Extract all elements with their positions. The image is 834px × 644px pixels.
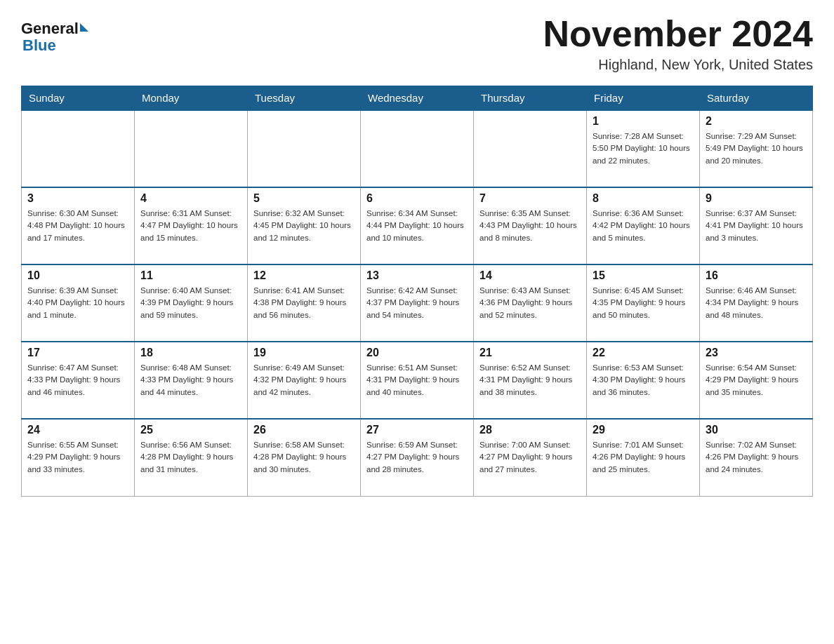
calendar-cell: 22Sunrise: 6:53 AM Sunset: 4:30 PM Dayli… xyxy=(587,342,700,419)
day-info: Sunrise: 6:41 AM Sunset: 4:38 PM Dayligh… xyxy=(253,285,355,321)
weekday-header-thursday: Thursday xyxy=(474,86,587,111)
calendar-cell: 18Sunrise: 6:48 AM Sunset: 4:33 PM Dayli… xyxy=(135,342,248,419)
calendar-cell: 16Sunrise: 6:46 AM Sunset: 4:34 PM Dayli… xyxy=(700,264,813,342)
day-number: 27 xyxy=(366,424,468,436)
calendar-cell: 25Sunrise: 6:56 AM Sunset: 4:28 PM Dayli… xyxy=(135,419,248,496)
day-number: 30 xyxy=(706,424,807,436)
day-number: 20 xyxy=(366,347,468,359)
calendar-cell: 2Sunrise: 7:29 AM Sunset: 5:49 PM Daylig… xyxy=(700,110,813,187)
week-row-2: 3Sunrise: 6:30 AM Sunset: 4:48 PM Daylig… xyxy=(22,187,813,264)
calendar-cell: 5Sunrise: 6:32 AM Sunset: 4:45 PM Daylig… xyxy=(248,187,361,264)
day-info: Sunrise: 6:31 AM Sunset: 4:47 PM Dayligh… xyxy=(140,208,241,244)
calendar-cell: 21Sunrise: 6:52 AM Sunset: 4:31 PM Dayli… xyxy=(474,342,587,419)
weekday-header-friday: Friday xyxy=(587,86,700,111)
logo-general-label: General xyxy=(21,20,79,38)
month-title: November 2024 xyxy=(543,14,813,54)
day-info: Sunrise: 6:53 AM Sunset: 4:30 PM Dayligh… xyxy=(593,362,694,398)
day-number: 1 xyxy=(593,115,694,128)
day-number: 4 xyxy=(140,192,241,205)
calendar-cell: 24Sunrise: 6:55 AM Sunset: 4:29 PM Dayli… xyxy=(22,419,135,496)
week-row-1: 1Sunrise: 7:28 AM Sunset: 5:50 PM Daylig… xyxy=(22,110,813,187)
day-info: Sunrise: 6:39 AM Sunset: 4:40 PM Dayligh… xyxy=(27,285,128,321)
calendar-cell xyxy=(474,110,587,187)
day-number: 3 xyxy=(27,192,128,205)
calendar-cell: 3Sunrise: 6:30 AM Sunset: 4:48 PM Daylig… xyxy=(22,187,135,264)
calendar-cell: 8Sunrise: 6:36 AM Sunset: 4:42 PM Daylig… xyxy=(587,187,700,264)
day-number: 19 xyxy=(253,347,355,359)
day-number: 28 xyxy=(479,424,581,436)
calendar-cell: 28Sunrise: 7:00 AM Sunset: 4:27 PM Dayli… xyxy=(474,419,587,496)
calendar-cell: 14Sunrise: 6:43 AM Sunset: 4:36 PM Dayli… xyxy=(474,264,587,342)
calendar-cell xyxy=(248,110,361,187)
day-number: 6 xyxy=(366,192,468,205)
day-number: 23 xyxy=(706,347,807,359)
day-number: 16 xyxy=(706,269,807,282)
day-info: Sunrise: 7:00 AM Sunset: 4:27 PM Dayligh… xyxy=(479,439,581,476)
day-number: 21 xyxy=(479,347,581,359)
day-number: 18 xyxy=(140,347,241,359)
day-info: Sunrise: 6:40 AM Sunset: 4:39 PM Dayligh… xyxy=(140,285,241,321)
weekday-header-sunday: Sunday xyxy=(22,86,135,111)
day-number: 25 xyxy=(140,424,241,436)
header: General Blue November 2024 Highland, New… xyxy=(21,14,813,73)
calendar-cell: 30Sunrise: 7:02 AM Sunset: 4:26 PM Dayli… xyxy=(700,419,813,496)
day-info: Sunrise: 6:32 AM Sunset: 4:45 PM Dayligh… xyxy=(253,208,355,244)
day-info: Sunrise: 6:37 AM Sunset: 4:41 PM Dayligh… xyxy=(706,208,807,244)
day-info: Sunrise: 7:28 AM Sunset: 5:50 PM Dayligh… xyxy=(593,130,694,167)
weekday-header-tuesday: Tuesday xyxy=(248,86,361,111)
calendar-cell xyxy=(22,110,135,187)
calendar-cell: 29Sunrise: 7:01 AM Sunset: 4:26 PM Dayli… xyxy=(587,419,700,496)
day-number: 9 xyxy=(706,192,807,205)
week-row-4: 17Sunrise: 6:47 AM Sunset: 4:33 PM Dayli… xyxy=(22,342,813,419)
week-row-3: 10Sunrise: 6:39 AM Sunset: 4:40 PM Dayli… xyxy=(22,264,813,342)
week-row-5: 24Sunrise: 6:55 AM Sunset: 4:29 PM Dayli… xyxy=(22,419,813,496)
calendar-cell: 15Sunrise: 6:45 AM Sunset: 4:35 PM Dayli… xyxy=(587,264,700,342)
calendar-table: SundayMondayTuesdayWednesdayThursdayFrid… xyxy=(21,86,813,497)
location-label: Highland, New York, United States xyxy=(543,57,813,73)
weekday-header-wednesday: Wednesday xyxy=(361,86,474,111)
calendar-cell: 1Sunrise: 7:28 AM Sunset: 5:50 PM Daylig… xyxy=(587,110,700,187)
day-number: 12 xyxy=(253,269,355,282)
day-info: Sunrise: 6:34 AM Sunset: 4:44 PM Dayligh… xyxy=(366,208,468,244)
day-info: Sunrise: 6:45 AM Sunset: 4:35 PM Dayligh… xyxy=(593,285,694,321)
day-number: 15 xyxy=(593,269,694,282)
day-info: Sunrise: 6:30 AM Sunset: 4:48 PM Dayligh… xyxy=(27,208,128,244)
calendar-cell: 11Sunrise: 6:40 AM Sunset: 4:39 PM Dayli… xyxy=(135,264,248,342)
logo-arrow-icon xyxy=(80,23,88,32)
weekday-header-row: SundayMondayTuesdayWednesdayThursdayFrid… xyxy=(22,86,813,111)
day-info: Sunrise: 6:49 AM Sunset: 4:32 PM Dayligh… xyxy=(253,362,355,398)
day-number: 22 xyxy=(593,347,694,359)
day-number: 11 xyxy=(140,269,241,282)
day-number: 2 xyxy=(706,115,807,128)
day-info: Sunrise: 6:35 AM Sunset: 4:43 PM Dayligh… xyxy=(479,208,581,244)
day-info: Sunrise: 6:48 AM Sunset: 4:33 PM Dayligh… xyxy=(140,362,241,398)
calendar-cell: 10Sunrise: 6:39 AM Sunset: 4:40 PM Dayli… xyxy=(22,264,135,342)
calendar-cell xyxy=(135,110,248,187)
logo-blue-label: Blue xyxy=(22,36,56,55)
day-number: 17 xyxy=(27,347,128,359)
logo-general-text: General xyxy=(21,20,88,38)
day-info: Sunrise: 6:42 AM Sunset: 4:37 PM Dayligh… xyxy=(366,285,468,321)
day-info: Sunrise: 6:51 AM Sunset: 4:31 PM Dayligh… xyxy=(366,362,468,398)
day-number: 29 xyxy=(593,424,694,436)
calendar-cell: 9Sunrise: 6:37 AM Sunset: 4:41 PM Daylig… xyxy=(700,187,813,264)
calendar-cell: 27Sunrise: 6:59 AM Sunset: 4:27 PM Dayli… xyxy=(361,419,474,496)
title-area: November 2024 Highland, New York, United… xyxy=(543,14,813,73)
day-info: Sunrise: 6:43 AM Sunset: 4:36 PM Dayligh… xyxy=(479,285,581,321)
logo: General Blue xyxy=(21,14,88,55)
weekday-header-monday: Monday xyxy=(135,86,248,111)
day-info: Sunrise: 6:47 AM Sunset: 4:33 PM Dayligh… xyxy=(27,362,128,398)
day-number: 26 xyxy=(253,424,355,436)
day-info: Sunrise: 6:59 AM Sunset: 4:27 PM Dayligh… xyxy=(366,439,468,476)
calendar-cell: 19Sunrise: 6:49 AM Sunset: 4:32 PM Dayli… xyxy=(248,342,361,419)
day-number: 5 xyxy=(253,192,355,205)
calendar-cell: 26Sunrise: 6:58 AM Sunset: 4:28 PM Dayli… xyxy=(248,419,361,496)
calendar-cell: 23Sunrise: 6:54 AM Sunset: 4:29 PM Dayli… xyxy=(700,342,813,419)
calendar-cell: 12Sunrise: 6:41 AM Sunset: 4:38 PM Dayli… xyxy=(248,264,361,342)
day-info: Sunrise: 7:02 AM Sunset: 4:26 PM Dayligh… xyxy=(706,439,807,476)
day-info: Sunrise: 6:46 AM Sunset: 4:34 PM Dayligh… xyxy=(706,285,807,321)
calendar-cell: 17Sunrise: 6:47 AM Sunset: 4:33 PM Dayli… xyxy=(22,342,135,419)
day-number: 24 xyxy=(27,424,128,436)
day-number: 13 xyxy=(366,269,468,282)
calendar-cell: 20Sunrise: 6:51 AM Sunset: 4:31 PM Dayli… xyxy=(361,342,474,419)
